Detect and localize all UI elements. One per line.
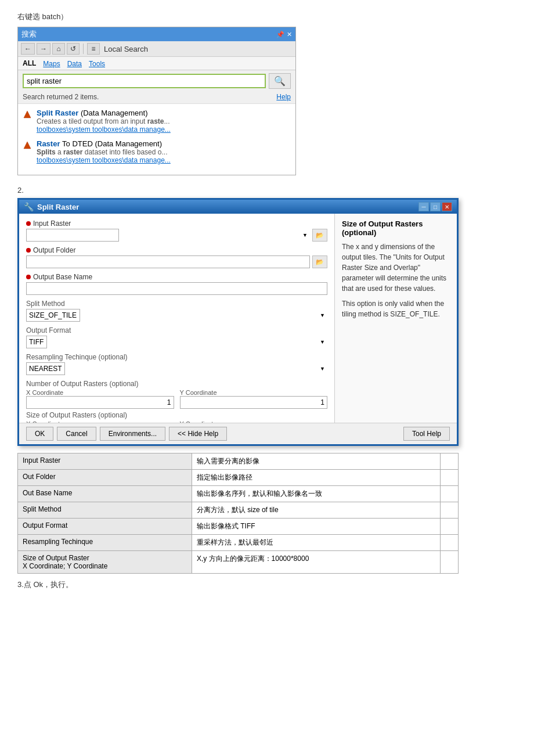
input-raster-row: 📂 — [26, 229, 327, 242]
forward-button[interactable]: → — [37, 43, 50, 55]
split-method-row: SIZE_OF_TILE — [26, 309, 327, 322]
table-note-4 — [440, 519, 458, 535]
num-rasters-x-group: X Coordinate — [26, 389, 174, 409]
hide-help-button[interactable]: << Hide Help — [169, 427, 227, 441]
split-method-select-wrapper[interactable]: SIZE_OF_TILE — [26, 309, 327, 322]
result-item-1: Split Raster (Data Management) Creates a… — [23, 109, 291, 134]
tab-data[interactable]: Data — [67, 60, 82, 68]
toolbar-separator — [83, 44, 84, 54]
output-format-label: Output Format — [26, 326, 327, 334]
home-button[interactable]: ⌂ — [52, 43, 65, 55]
intro-text: 右键选 batch） — [17, 12, 517, 22]
footer-note: 3.点 Ok，执行。 — [17, 579, 517, 590]
input-raster-select-wrapper — [26, 229, 310, 242]
input-raster-browse[interactable]: 📂 — [312, 229, 327, 242]
result-path-1[interactable]: toolboxes\system toolboxes\data manage..… — [37, 125, 291, 134]
table-field-3: Split Method — [18, 502, 192, 519]
cancel-button[interactable]: Cancel — [57, 427, 96, 441]
table-field-1: Out Folder — [18, 470, 192, 486]
dialog-left-panel: Input Raster 📂 Output Folder 📂 Output — [19, 214, 335, 423]
refresh-button[interactable]: ↺ — [67, 43, 80, 55]
search-panel: 搜索 📌 ✕ ← → ⌂ ↺ ≡ Local Search ALL Maps D… — [17, 27, 296, 175]
search-nav-tabs: ALL Maps Data Tools — [18, 57, 295, 70]
close-icon[interactable]: ✕ — [287, 31, 292, 38]
num-rasters-coord-row: X Coordinate Y Coordinate — [26, 389, 327, 409]
table-note-6 — [440, 551, 458, 574]
back-button[interactable]: ← — [21, 43, 35, 55]
split-method-label: Split Method — [26, 300, 327, 308]
environments-button[interactable]: Environments... — [100, 427, 165, 441]
help-title: Size of Output Rasters (optional) — [342, 219, 450, 237]
pin-icon[interactable]: 📌 — [276, 31, 284, 38]
result-title-1[interactable]: Split Raster (Data Management) — [37, 109, 291, 117]
size-rasters-y-group: Y Coordinate — [180, 420, 328, 423]
table-desc-3: 分离方法，默认 size of tile — [192, 502, 440, 519]
tab-maps[interactable]: Maps — [43, 60, 60, 68]
search-toolbar: ← → ⌂ ↺ ≡ Local Search — [18, 41, 295, 57]
output-folder-input[interactable] — [26, 255, 310, 268]
search-status-row: Search returned 2 items. Help — [18, 92, 295, 104]
table-row-5: Resampling Techinque 重采样方法，默认最邻近 — [18, 535, 459, 551]
help-para-2: This option is only valid when the tilin… — [342, 298, 450, 319]
input-raster-label-text: Input Raster — [33, 219, 71, 228]
tool-icon-2 — [23, 141, 32, 150]
num-rasters-label: Number of Output Rasters (optional) — [26, 380, 327, 388]
result-text-2: Raster To DTED (Data Management) Splits … — [37, 139, 291, 164]
size-rasters-x-group: X Coordinate — [26, 420, 174, 423]
output-folder-label: Output Folder — [26, 246, 327, 254]
result-path-2[interactable]: toolboxes\system toolboxes\data manage..… — [37, 156, 291, 164]
table-row-0: Input Raster 输入需要分离的影像 — [18, 453, 459, 470]
input-raster-label: Input Raster — [26, 219, 327, 228]
result-title-suffix-2: To DTED (Data Management) — [62, 139, 162, 148]
output-base-name-label: Output Base Name — [26, 273, 327, 281]
doc-button[interactable]: ≡ — [87, 43, 100, 55]
table-field-2: Out Base Name — [18, 486, 192, 502]
resampling-label: Resampling Techinque (optional) — [26, 353, 327, 361]
output-format-select-wrapper[interactable]: TIFF — [26, 336, 327, 348]
num-rasters-x-input[interactable] — [26, 396, 174, 409]
table-note-5 — [440, 535, 458, 551]
help-para-1: The x and y dimensions of the output til… — [342, 242, 450, 294]
num-rasters-y-input[interactable] — [180, 396, 328, 409]
tool-help-button[interactable]: Tool Help — [403, 427, 450, 441]
table-desc-0: 输入需要分离的影像 — [192, 453, 440, 470]
result-title-2[interactable]: Raster To DTED (Data Management) — [37, 139, 291, 148]
table-desc-1: 指定输出影像路径 — [192, 470, 440, 486]
size-rasters-coord-row: X Coordinate Y Coordinate — [26, 420, 327, 423]
table-note-3 — [440, 502, 458, 519]
result-desc-2: Splits a raster dataset into files based… — [37, 148, 291, 156]
help-body: The x and y dimensions of the output til… — [342, 242, 450, 319]
close-button[interactable]: ✕ — [442, 202, 452, 211]
resampling-select-wrapper[interactable]: NEAREST — [26, 362, 327, 375]
tab-tools[interactable]: Tools — [89, 60, 105, 68]
tool-icon-1 — [23, 110, 32, 119]
ok-button[interactable]: OK — [26, 427, 53, 441]
result-desc-1: Creates a tiled output from an input ras… — [37, 117, 291, 125]
table-row-2: Out Base Name 输出影像名序列，默认和输入影像名一致 — [18, 486, 459, 502]
table-row-1: Out Folder 指定输出影像路径 — [18, 470, 459, 486]
table-desc-4: 输出影像格式 TIFF — [192, 519, 440, 535]
maximize-button[interactable]: □ — [430, 202, 441, 211]
table-row-3: Split Method 分离方法，默认 size of tile — [18, 502, 459, 519]
svg-rect-0 — [26, 114, 28, 117]
search-button[interactable]: 🔍 — [269, 73, 291, 89]
search-input-row: 🔍 — [18, 70, 295, 92]
split-method-select[interactable]: SIZE_OF_TILE — [26, 309, 80, 322]
input-raster-input[interactable] — [26, 229, 119, 242]
output-base-name-input[interactable] — [26, 282, 327, 295]
table-row-4: Output Format 输出影像格式 TIFF — [18, 519, 459, 535]
resampling-row: NEAREST — [26, 362, 327, 375]
resampling-select[interactable]: NEAREST — [26, 362, 65, 375]
result-title-bold-2: Raster — [37, 139, 60, 148]
tab-all[interactable]: ALL — [23, 58, 36, 70]
output-format-select[interactable]: TIFF — [26, 336, 47, 348]
num-rasters-y-group: Y Coordinate — [180, 389, 328, 409]
output-folder-browse[interactable]: 📂 — [312, 255, 327, 268]
minimize-button[interactable]: ─ — [418, 202, 429, 211]
search-input[interactable] — [23, 74, 266, 88]
dialog-title-icon: 🔧 — [24, 202, 34, 211]
table-row-6: Size of Output Raster X Coordinate; Y Co… — [18, 551, 459, 574]
table-field-5: Resampling Techinque — [18, 535, 192, 551]
help-link[interactable]: Help — [276, 93, 291, 101]
table-note-1 — [440, 470, 458, 486]
